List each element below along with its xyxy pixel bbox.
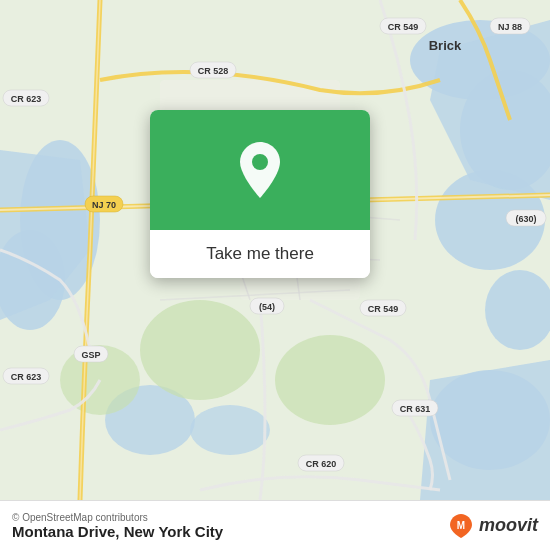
- svg-point-50: [252, 154, 268, 170]
- svg-text:NJ 88: NJ 88: [498, 22, 522, 32]
- moovit-logo: M moovit: [447, 512, 538, 540]
- osm-attribution: © OpenStreetMap contributors: [12, 512, 223, 523]
- svg-text:CR 631: CR 631: [400, 404, 431, 414]
- svg-text:CR 623: CR 623: [11, 94, 42, 104]
- popup-map-area: [150, 110, 370, 230]
- popup-card: Take me there: [150, 110, 370, 278]
- svg-text:M: M: [457, 520, 465, 531]
- svg-text:(54): (54): [259, 302, 275, 312]
- moovit-brand-icon: M: [447, 512, 475, 540]
- svg-text:CR 623: CR 623: [11, 372, 42, 382]
- svg-point-12: [190, 405, 270, 455]
- map-area: CR 549 NJ 88 Brick CR 623 CR 528 NJ 70 G…: [0, 0, 550, 500]
- moovit-brand-text: moovit: [479, 515, 538, 536]
- svg-text:CR 620: CR 620: [306, 459, 337, 469]
- svg-text:CR 528: CR 528: [198, 66, 229, 76]
- take-me-there-button[interactable]: Take me there: [150, 230, 370, 278]
- svg-point-14: [275, 335, 385, 425]
- svg-text:CR 549: CR 549: [368, 304, 399, 314]
- svg-text:NJ 70: NJ 70: [92, 200, 116, 210]
- bottom-bar-info: © OpenStreetMap contributors Montana Dri…: [12, 512, 223, 540]
- svg-text:(630): (630): [515, 214, 536, 224]
- svg-text:CR 549: CR 549: [388, 22, 419, 32]
- bottom-bar: © OpenStreetMap contributors Montana Dri…: [0, 500, 550, 550]
- location-title: Montana Drive, New York City: [12, 523, 223, 540]
- svg-marker-10: [420, 360, 550, 500]
- svg-point-13: [140, 300, 260, 400]
- svg-text:Brick: Brick: [429, 38, 462, 53]
- location-pin-icon: [235, 140, 285, 200]
- svg-text:GSP: GSP: [81, 350, 100, 360]
